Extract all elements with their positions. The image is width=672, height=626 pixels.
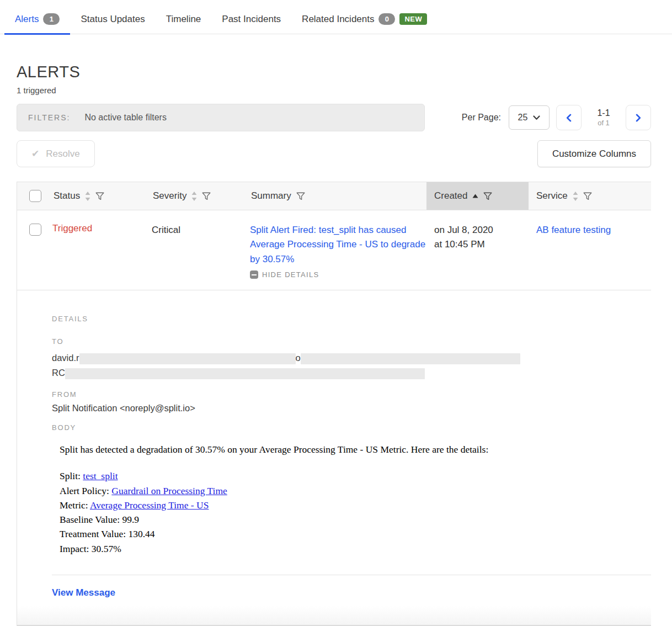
field-label: Baseline Value: [60, 514, 120, 525]
triggered-count: 1 triggered [17, 86, 651, 95]
email-field-alert-policy: Alert Policy: Guardrail on Processing Ti… [60, 484, 651, 498]
tab-alerts-label: Alerts [15, 14, 39, 25]
pagination: Per Page: 25 1-1 of 1 [462, 105, 651, 130]
email-field-baseline: Baseline Value: 99.9 [60, 512, 651, 527]
tab-related-incidents-label: Related Incidents [302, 14, 374, 25]
filters-bar[interactable]: FILTERS: No active table filters [17, 104, 425, 131]
alert-details-panel: DETAILS TO david.ro RC FROM Split Notifi… [17, 290, 651, 598]
from-label: FROM [52, 390, 651, 399]
impact-value: 30.57% [92, 543, 121, 554]
alerts-count-badge: 1 [43, 13, 60, 25]
column-header-summary[interactable]: Summary [250, 182, 426, 210]
created-date: on Jul 8, 2020 [434, 223, 529, 237]
select-all-checkbox[interactable] [29, 190, 41, 202]
sort-icon[interactable] [85, 192, 90, 201]
filter-icon[interactable] [583, 192, 592, 200]
sort-asc-icon[interactable] [472, 194, 478, 198]
select-all-cell [17, 182, 52, 210]
chevron-left-icon [566, 114, 572, 122]
to-recipient-text: RC [52, 368, 65, 378]
field-label: Metric: [60, 500, 88, 511]
tab-timeline-label: Timeline [166, 14, 201, 25]
chevron-down-icon [533, 115, 540, 120]
metric-link[interactable]: Average Processing Time - US [90, 500, 209, 511]
new-feature-badge: NEW [399, 13, 427, 25]
tab-bar: Alerts 1 Status Updates Timeline Past In… [0, 0, 672, 34]
page-title: ALERTS [17, 63, 651, 81]
related-incidents-count-badge: 0 [378, 13, 395, 25]
table-row: Triggered Critical Split Alert Fired: te… [17, 210, 651, 290]
email-field-split: Split: test_split [60, 469, 651, 483]
filter-icon[interactable] [95, 192, 104, 200]
column-header-status[interactable]: Status [52, 182, 152, 210]
tab-past-incidents-label: Past Incidents [222, 14, 281, 25]
redaction-block [301, 353, 520, 364]
view-message-link[interactable]: View Message [52, 587, 115, 598]
table-header-row: Status Severity Summary Created Service [17, 182, 651, 210]
email-field-metric: Metric: Average Processing Time - US [60, 498, 651, 512]
page-range-total: of 1 [588, 119, 619, 128]
column-header-service[interactable]: Service [529, 182, 651, 210]
per-page-select[interactable]: 25 [509, 105, 550, 130]
field-label: Alert Policy: [60, 485, 109, 496]
next-page-button[interactable] [626, 105, 651, 130]
created-time: at 10:45 PM [434, 237, 529, 252]
tab-status-updates-label: Status Updates [81, 14, 145, 25]
row-summary-cell: Split Alert Fired: test_split has caused… [250, 223, 426, 279]
split-link[interactable]: test_split [83, 470, 118, 481]
page-range: 1-1 of 1 [588, 108, 619, 128]
tab-alerts[interactable]: Alerts 1 [4, 13, 70, 35]
to-recipient-text: david.r [52, 353, 79, 363]
alerts-table: Status Severity Summary Created Service [17, 182, 651, 626]
email-body: Split has detected a degradation of 30.5… [52, 444, 651, 556]
email-field-impact: Impact: 30.57% [60, 542, 651, 556]
tab-timeline[interactable]: Timeline [156, 14, 212, 35]
customize-columns-button[interactable]: Customize Columns [537, 140, 651, 167]
filter-icon[interactable] [202, 192, 211, 200]
severity-value: Critical [152, 225, 180, 235]
body-label: BODY [52, 423, 651, 432]
minus-square-icon [250, 270, 258, 279]
tab-status-updates[interactable]: Status Updates [70, 14, 155, 35]
to-recipients: david.ro RC [52, 351, 651, 380]
resolve-button-label: Resolve [46, 148, 79, 160]
row-select-cell [17, 223, 52, 236]
filter-icon[interactable] [483, 192, 492, 200]
hide-details-toggle[interactable]: HIDE DETAILS [250, 270, 426, 279]
prev-page-button[interactable] [556, 105, 582, 130]
treatment-value: 130.44 [128, 528, 154, 539]
field-label: Treatment Value: [60, 528, 126, 539]
sort-icon[interactable] [191, 192, 197, 201]
email-fields: Split: test_split Alert Policy: Guardrai… [60, 469, 651, 556]
tab-related-incidents[interactable]: Related Incidents 0 NEW [291, 13, 438, 35]
column-label-summary: Summary [251, 190, 291, 201]
row-created-cell: on Jul 8, 2020 at 10:45 PM [426, 223, 529, 252]
alert-summary-link[interactable]: Split Alert Fired: test_split has caused… [250, 223, 426, 267]
chevron-right-icon [636, 114, 641, 122]
to-recipient-text: o [296, 353, 301, 363]
check-icon: ✔ [31, 148, 39, 160]
filters-status-text: No active table filters [84, 113, 167, 123]
details-title: DETAILS [52, 315, 651, 323]
to-label: TO [52, 337, 651, 346]
status-badge: Triggered [52, 223, 92, 234]
sort-icon[interactable] [573, 192, 578, 201]
filters-label: FILTERS: [28, 113, 70, 122]
email-intro: Split has detected a degradation of 30.5… [60, 444, 651, 455]
field-label: Impact: [60, 543, 89, 554]
tab-past-incidents[interactable]: Past Incidents [211, 14, 291, 35]
column-header-created[interactable]: Created [426, 182, 529, 210]
email-field-treatment: Treatment Value: 130.44 [60, 527, 651, 541]
per-page-value: 25 [518, 113, 528, 123]
filter-icon[interactable] [296, 192, 305, 200]
column-label-service: Service [536, 190, 568, 201]
table-controls: FILTERS: No active table filters Per Pag… [17, 104, 651, 131]
row-checkbox[interactable] [29, 224, 41, 236]
column-label-created: Created [434, 190, 467, 201]
service-link[interactable]: AB feature testing [536, 223, 651, 237]
resolve-button[interactable]: ✔ Resolve [17, 140, 95, 167]
column-header-severity[interactable]: Severity [152, 182, 250, 210]
alert-policy-link[interactable]: Guardrail on Processing Time [111, 485, 227, 496]
hide-details-label: HIDE DETAILS [262, 270, 319, 279]
column-label-severity: Severity [153, 190, 186, 201]
